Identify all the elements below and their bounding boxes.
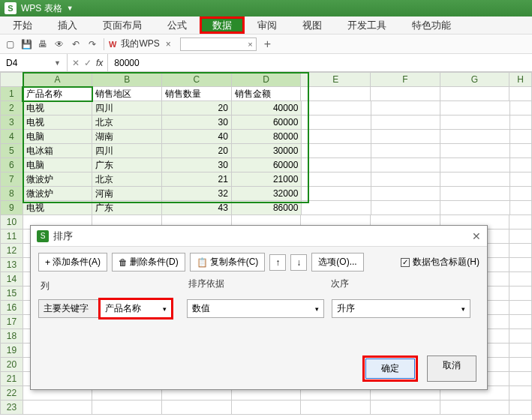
cell[interactable]: 21000 xyxy=(231,172,301,187)
cell[interactable]: 河南 xyxy=(92,187,162,201)
col-header-H[interactable]: H xyxy=(509,73,532,87)
cell[interactable]: 86000 xyxy=(231,201,301,215)
row-header[interactable]: 4 xyxy=(1,130,23,144)
row-header[interactable]: 12 xyxy=(1,244,23,258)
fx-icon[interactable]: fx xyxy=(96,58,103,68)
cell[interactable] xyxy=(440,201,509,215)
row-header[interactable]: 11 xyxy=(1,230,23,244)
cell[interactable]: 微波炉 xyxy=(23,172,92,187)
cell[interactable] xyxy=(440,87,509,101)
cell[interactable]: 北京 xyxy=(92,116,162,130)
cell[interactable]: 40 xyxy=(162,130,232,144)
cell[interactable] xyxy=(509,244,532,258)
cell[interactable]: 30 xyxy=(162,158,232,172)
cell[interactable] xyxy=(509,130,531,144)
cell[interactable] xyxy=(440,158,509,172)
basis-select[interactable]: 数值▾ xyxy=(187,299,324,318)
cell[interactable] xyxy=(509,230,532,244)
cell[interactable]: 微波炉 xyxy=(23,187,92,201)
cell[interactable] xyxy=(509,172,531,187)
cell[interactable]: 电视 xyxy=(23,101,92,116)
cell[interactable]: 销售地区 xyxy=(92,87,162,101)
cell[interactable] xyxy=(509,286,532,301)
cancel-button[interactable]: 取消 xyxy=(427,356,476,382)
cell[interactable] xyxy=(440,101,509,116)
cell[interactable]: 广东 xyxy=(92,201,162,215)
delete-condition-button[interactable]: 🗑删除条件(D) xyxy=(112,253,185,272)
col-header-E[interactable]: E xyxy=(301,73,371,87)
cell[interactable] xyxy=(302,144,371,158)
col-header-D[interactable]: D xyxy=(231,73,301,87)
cell[interactable] xyxy=(509,344,532,358)
document-tab[interactable]: × xyxy=(180,38,257,51)
tab-close-icon[interactable]: × xyxy=(248,40,252,49)
menu-pagelayout[interactable]: 页面布局 xyxy=(90,16,155,34)
row-header[interactable]: 2 xyxy=(1,101,23,116)
menu-start[interactable]: 开始 xyxy=(0,16,45,34)
col-header-C[interactable]: C xyxy=(162,73,232,87)
menu-data[interactable]: 数据 xyxy=(200,16,245,34)
cell[interactable]: 30000 xyxy=(231,144,301,158)
cell[interactable] xyxy=(440,172,509,187)
redo-icon[interactable]: ↷ xyxy=(86,38,99,51)
cell[interactable] xyxy=(509,358,532,372)
ok-button[interactable]: 确定 xyxy=(365,358,415,379)
row-header[interactable]: 9 xyxy=(1,201,23,215)
cell[interactable]: 电脑 xyxy=(23,130,92,144)
menu-features[interactable]: 特色功能 xyxy=(399,16,464,34)
print-icon[interactable]: 🖶 xyxy=(36,38,50,51)
order-select[interactable]: 升序▾ xyxy=(332,299,470,318)
cancel-formula-icon[interactable]: ✕ xyxy=(72,58,80,68)
row-header[interactable]: 8 xyxy=(1,187,23,201)
cell[interactable] xyxy=(162,400,232,415)
cell[interactable] xyxy=(509,144,531,158)
row-header[interactable]: 20 xyxy=(1,358,23,372)
cell[interactable] xyxy=(509,258,532,272)
cell[interactable] xyxy=(509,400,532,415)
row-header[interactable]: 7 xyxy=(1,172,23,187)
move-down-button[interactable]: ↓ xyxy=(290,254,307,271)
cell[interactable] xyxy=(371,201,440,215)
save-icon[interactable]: 💾 xyxy=(20,38,33,51)
menu-formula[interactable]: 公式 xyxy=(155,16,200,34)
row-header[interactable]: 19 xyxy=(1,344,23,358)
cell[interactable]: 湖南 xyxy=(92,130,162,144)
cell[interactable] xyxy=(509,329,532,344)
cell[interactable] xyxy=(302,201,371,215)
new-icon[interactable]: ▢ xyxy=(3,38,17,51)
col-header-F[interactable]: F xyxy=(371,73,440,87)
grid-data[interactable]: 2电视四川20400003电视北京30600004电脑湖南40800005电冰箱… xyxy=(0,100,532,215)
cell[interactable]: 60000 xyxy=(231,158,301,172)
has-header-checkbox[interactable]: ✓ 数据包含标题(H) xyxy=(401,256,479,268)
cell[interactable] xyxy=(92,400,162,415)
cell[interactable] xyxy=(440,400,509,415)
menu-dev[interactable]: 开发工具 xyxy=(335,16,399,34)
wps-my-label[interactable]: 我的WPS xyxy=(121,38,159,50)
cell[interactable] xyxy=(371,101,440,116)
cell[interactable] xyxy=(371,144,440,158)
row-header[interactable]: 10 xyxy=(1,215,23,230)
grid-table[interactable]: A B C D E F G H 1 产品名称 销售地区 销售数量 销售金额 xyxy=(0,72,532,101)
row-header[interactable]: 1 xyxy=(1,87,23,101)
name-box-dropdown-icon[interactable]: ▼ xyxy=(54,59,61,67)
menu-insert[interactable]: 插入 xyxy=(45,16,90,34)
select-all-corner[interactable] xyxy=(1,73,23,87)
cell[interactable] xyxy=(301,87,371,101)
cell[interactable] xyxy=(302,187,371,201)
cell[interactable]: 电冰箱 xyxy=(23,144,92,158)
cell[interactable] xyxy=(301,400,371,415)
row-header[interactable]: 22 xyxy=(1,386,23,400)
cell[interactable]: 北京 xyxy=(92,172,162,187)
cell[interactable] xyxy=(440,130,509,144)
col-header-B[interactable]: B xyxy=(92,73,162,87)
cell[interactable] xyxy=(302,116,371,130)
cell[interactable]: 电视 xyxy=(23,116,92,130)
cell[interactable]: 四川 xyxy=(92,101,162,116)
move-up-button[interactable]: ↑ xyxy=(269,254,286,271)
cell[interactable] xyxy=(509,215,532,230)
row-header[interactable]: 13 xyxy=(1,258,23,272)
cell[interactable] xyxy=(509,372,532,386)
cell[interactable] xyxy=(371,116,440,130)
cell[interactable] xyxy=(509,386,532,400)
row-header[interactable]: 14 xyxy=(1,272,23,286)
